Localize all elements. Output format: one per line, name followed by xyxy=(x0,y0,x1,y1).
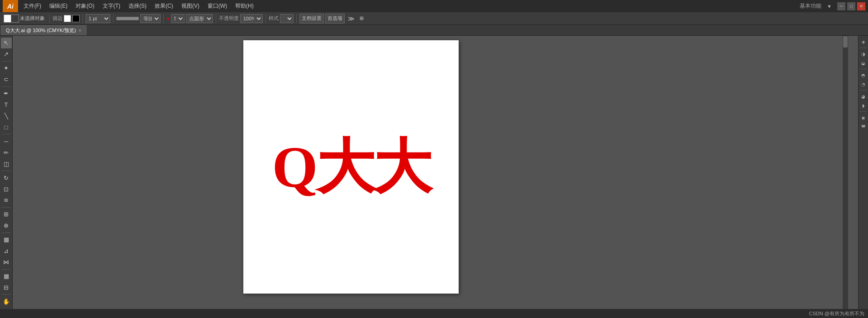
rectangle-tool[interactable]: □ xyxy=(1,122,12,133)
tb-sep-6 xyxy=(266,14,266,23)
tab-bar: Q大大.ai @ 100% (CMYK/预览) × xyxy=(0,25,868,36)
doc-settings-button[interactable]: 文档设置 xyxy=(299,14,324,24)
menu-view[interactable]: 视图(V) xyxy=(178,1,203,11)
line-tool[interactable]: ╲ xyxy=(1,111,12,122)
canvas-text-content: Q大大 xyxy=(272,138,430,196)
pencil-tool[interactable]: ─ xyxy=(1,136,12,147)
fill-swatch[interactable] xyxy=(64,15,71,22)
eyedropper-tool[interactable]: ⊿ xyxy=(1,246,12,256)
tool-sep-1 xyxy=(2,61,11,62)
app-logo: Ai xyxy=(3,0,18,12)
shape-select[interactable]: 点圆形 xyxy=(186,14,213,23)
menu-file[interactable]: 文件(F) xyxy=(20,1,45,11)
panel-btn-7[interactable]: ◗ xyxy=(859,101,868,109)
dot-count-select[interactable]: 5 xyxy=(171,14,185,23)
arrange-btn[interactable]: ⊞ xyxy=(358,14,365,24)
stroke-label: 描边 xyxy=(52,15,62,22)
blend-tool[interactable]: ⋈ xyxy=(1,257,12,268)
opacity-label: 不透明度 xyxy=(219,15,239,22)
status-bar: CSDN @有所为有所不为 xyxy=(0,309,868,318)
pen-tool[interactable]: ✒ xyxy=(1,88,12,99)
tb-sep-3 xyxy=(113,14,114,23)
tool-sep-3 xyxy=(2,134,11,134)
panel-btn-3[interactable]: ◒ xyxy=(859,59,868,67)
type-tool[interactable]: T xyxy=(1,100,12,110)
freetransform-tool[interactable]: ⊞ xyxy=(1,209,12,220)
minimize-button[interactable]: ─ xyxy=(837,2,845,10)
menu-window[interactable]: 窗口(W) xyxy=(204,1,231,11)
lasso-tool[interactable]: ⊂ xyxy=(1,74,12,85)
artboard-tool[interactable]: ⊟ xyxy=(1,282,12,293)
toolbar: 未选择对象 描边 1 pt 0.5 pt 2 pt 等比 ● 5 点圆形 不透明… xyxy=(0,12,868,25)
preferences-button[interactable]: 首选项 xyxy=(325,14,345,24)
style-select[interactable] xyxy=(280,14,294,23)
panel-btn-4[interactable]: ◓ xyxy=(859,71,868,79)
select-tool[interactable]: ↖ xyxy=(1,38,12,48)
right-panel: ◈ ◑ ◒ ◓ ◔ ◕ ◗ ◙ ◚ xyxy=(858,36,868,318)
panel-btn-2[interactable]: ◑ xyxy=(859,50,868,58)
tb-sep-2 xyxy=(82,14,83,23)
menu-select[interactable]: 选择(S) xyxy=(125,1,150,11)
csdn-label: CSDN @有所为有所不为 xyxy=(809,310,864,317)
vertical-scrollbar[interactable] xyxy=(843,36,848,318)
vertical-scrollbar-thumb[interactable] xyxy=(843,36,848,47)
tab-close-button[interactable]: × xyxy=(79,28,81,33)
main-layout: ↖ ↗ ✦ ⊂ ✒ T ╲ □ ─ ✏ ◫ ↻ ⊡ ≋ ⊞ ⊕ ▦ ⊿ ⋈ ▦ … xyxy=(0,36,868,318)
magic-wand-tool[interactable]: ✦ xyxy=(1,63,12,74)
rp-sep-3 xyxy=(860,90,867,90)
tool-sep-8 xyxy=(2,294,11,294)
menu-type[interactable]: 文字(T) xyxy=(99,1,124,11)
tool-sep-7 xyxy=(2,269,11,270)
chart-tool[interactable]: ▦ xyxy=(1,271,12,282)
rp-sep-4 xyxy=(860,111,867,112)
rp-sep-2 xyxy=(860,69,867,69)
opacity-select[interactable]: 100% xyxy=(240,14,263,23)
panel-btn-5[interactable]: ◔ xyxy=(859,80,868,88)
document-tab[interactable]: Q大大.ai @ 100% (CMYK/预览) × xyxy=(1,25,86,35)
tool-sep-2 xyxy=(2,86,11,87)
panel-btn-6[interactable]: ◕ xyxy=(859,92,868,100)
panel-btn-9[interactable]: ◚ xyxy=(859,123,868,131)
brush-tool[interactable]: ✏ xyxy=(1,147,12,158)
hand-tool[interactable]: ✋ xyxy=(1,296,12,307)
dot-indicator: ● xyxy=(166,16,170,21)
style-label: 样式 xyxy=(269,15,279,22)
toolbox: ↖ ↗ ✦ ⊂ ✒ T ╲ □ ─ ✏ ◫ ↻ ⊡ ≋ ⊞ ⊕ ▦ ⊿ ⋈ ▦ … xyxy=(0,36,13,318)
menu-effect[interactable]: 效果(C) xyxy=(151,1,177,11)
unselected-object-label: 未选择对象 xyxy=(2,14,47,24)
shape-builder-tool[interactable]: ⊕ xyxy=(1,220,12,231)
stroke-swatch[interactable] xyxy=(72,15,80,22)
tool-sep-5 xyxy=(2,207,11,208)
menu-object[interactable]: 对象(O) xyxy=(72,1,98,11)
canvas-area: Q大大 xyxy=(13,36,858,318)
more-options[interactable]: ≫ xyxy=(346,14,356,24)
scale-tool[interactable]: ⊡ xyxy=(1,184,12,195)
menu-help[interactable]: 帮助(H) xyxy=(232,1,257,11)
title-bar: Ai 文件(F) 编辑(E) 对象(O) 文字(T) 选择(S) 效果(C) 视… xyxy=(0,0,868,12)
warp-tool[interactable]: ≋ xyxy=(1,195,12,206)
stroke-width-select[interactable]: 1 pt 0.5 pt 2 pt xyxy=(85,14,110,23)
panel-btn-8[interactable]: ◙ xyxy=(859,114,868,122)
menu-bar: 文件(F) 编辑(E) 对象(O) 文字(T) 选择(S) 效果(C) 视图(V… xyxy=(18,0,800,12)
tb-sep-4 xyxy=(163,14,164,23)
stroke-type-select[interactable]: 等比 xyxy=(140,14,161,23)
restore-button[interactable]: □ xyxy=(847,2,855,10)
tb-sep-7 xyxy=(296,14,297,23)
rp-sep-1 xyxy=(860,47,867,48)
stroke-style-preview xyxy=(116,17,139,20)
workspace-label[interactable]: 基本功能 xyxy=(800,2,821,10)
title-bar-right: 基本功能 ▼ ─ □ ✕ xyxy=(800,2,865,10)
menu-edit[interactable]: 编辑(E) xyxy=(46,1,71,11)
rotate-tool[interactable]: ↻ xyxy=(1,172,12,183)
gradient-tool[interactable]: ▦ xyxy=(1,234,12,245)
close-button[interactable]: ✕ xyxy=(857,2,865,10)
tool-sep-4 xyxy=(2,171,11,171)
tab-filename: Q大大.ai @ 100% (CMYK/预览) xyxy=(6,27,76,34)
erase-tool[interactable]: ◫ xyxy=(1,158,12,169)
tb-sep-5 xyxy=(216,14,216,23)
direct-select-tool[interactable]: ↗ xyxy=(1,49,12,60)
panel-btn-1[interactable]: ◈ xyxy=(859,38,868,46)
tool-sep-6 xyxy=(2,233,11,233)
tb-sep-1 xyxy=(49,14,50,23)
artboard: Q大大 xyxy=(243,40,459,294)
